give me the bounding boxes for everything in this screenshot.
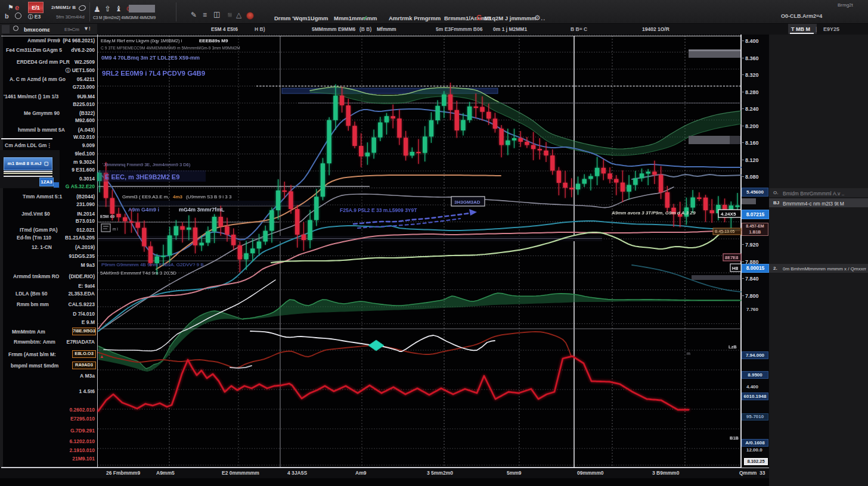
svg-text:3H3GM3AD: 3H3GM3AD — [454, 200, 480, 205]
svg-text:F25A.9 P5L2 E 33 m.L5909 3Y9T: F25A.9 P5L2 E 33 m.L5909 3Y9T — [340, 207, 417, 213]
svg-text:m i: m i — [113, 227, 118, 231]
svg-text:LzB: LzB — [728, 344, 737, 350]
svg-text:H8: H8 — [732, 266, 739, 271]
svg-text:E8ay.M Rkrf emv Lkgvm (0qy 1M9: E8ay.M Rkrf emv Lkgvm (0qy 1M9BM2) i — [101, 38, 182, 43]
svg-text:4.24X5: 4.24X5 — [721, 211, 736, 217]
svg-text:A9mm avora 3 3T/P9m, G9m d A.3: A9mm avora 3 3T/P9m, G9m d A.3 Z9 — [611, 210, 696, 216]
svg-text:P9mm G9mmmm 4B 9mm F3B9A. G2DV: P9mm G9mmmm 4B 9mm F3B9A. G2DVV? 9 B — [101, 262, 204, 267]
svg-text:A9m G4m9 i: A9m G4m9 i — [128, 207, 159, 213]
svg-text:▲: ▲ — [100, 354, 104, 359]
svg-text:E5M 49: E5M 49 — [100, 214, 114, 219]
svg-text:8E7E8: 8E7E8 — [725, 255, 739, 260]
svg-text:B1B: B1B — [730, 435, 739, 441]
svg-text:mG4m 3mmr7fmL: mG4m 3mmr7fmL — [179, 207, 225, 213]
svg-text:E EEC, m 3HE9B2M2 E9: E EEC, m 3HE9B2M2 E9 — [105, 173, 179, 180]
svg-text:B.45-13.05: B.45-13.05 — [715, 229, 734, 233]
svg-text:9RL2 EE0M9 i 7L4 PCDV9 G4B9: 9RL2 EE0M9 i 7L4 PCDV9 G4B9 — [102, 70, 205, 77]
svg-text:'J9mmmmq Fmmm9 3E, Jmm4mmm9 3: 'J9mmmmq Fmmm9 3E, Jmm4mmm9 3 D6) — [103, 162, 191, 167]
svg-text:4m3: 4m3 — [173, 194, 183, 200]
svg-text:0M9 4 70LBmq 3m 2T LDL2E5 X59-: 0M9 4 70LBmq 3m 2T LDL2E5 X59-mm — [101, 55, 200, 61]
svg-text:Gmml3 ( EE9.A3.E m,: Gmml3 ( EE9.A3.E m, — [122, 194, 169, 200]
svg-text:5AM9m9 Emmmmf T4d 9m 3 20.5D: 5AM9m9 Emmmmf T4d 9m 3 20.5D — [100, 270, 176, 276]
svg-text:(U9mmm S3 B 9 i 3 3: (U9mmm S3 B 9 i 3 3 — [186, 194, 232, 200]
svg-text:EEEB89s M9: EEEB89s M9 — [199, 38, 228, 43]
svg-text:m: m — [687, 351, 690, 356]
svg-text:C 9 3TE MF9EMECC9M 4MMEMMM9M9: C 9 3TE MF9EMECC9M 4MMEMMM9M9 m 5MmmmMGm… — [101, 46, 240, 50]
